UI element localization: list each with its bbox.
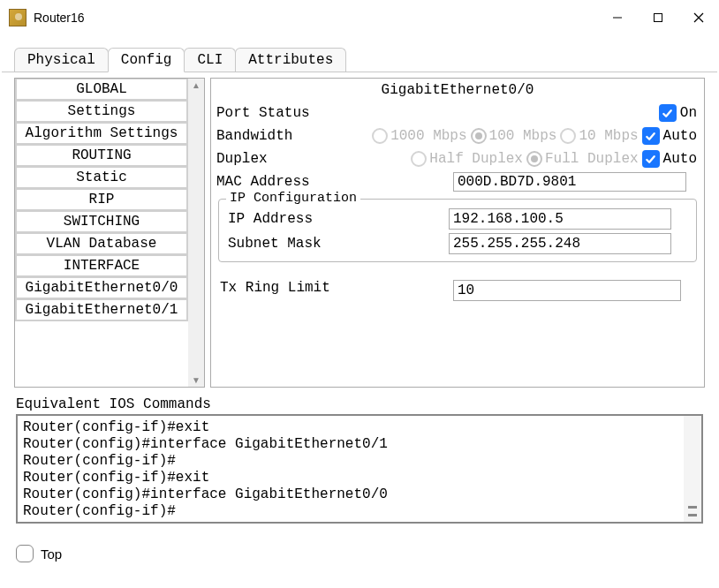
mac-label: MAC Address (216, 174, 453, 190)
bandwidth-label: Bandwidth (216, 128, 349, 144)
scroll-handle-icon (688, 506, 697, 509)
bandwidth-row: Bandwidth 1000 Mbps100 Mbps10 Mbps Auto (211, 124, 704, 147)
subnet-mask-input[interactable] (449, 233, 671, 254)
ip-configuration-group: IP Configuration IP Address Subnet Mask (218, 199, 697, 262)
duplex-radio[interactable]: Half Duplex (411, 151, 523, 167)
radio-icon (560, 128, 576, 144)
router-icon (9, 9, 26, 26)
bandwidth-radio[interactable]: 100 Mbps (471, 128, 557, 144)
sidebar-item[interactable]: GigabitEthernet0/0 (15, 277, 188, 299)
bandwidth-radio[interactable]: 10 Mbps (560, 128, 638, 144)
bandwidth-radio[interactable]: 1000 Mbps (372, 128, 466, 144)
sidebar-item: GLOBAL (15, 79, 188, 101)
maximize-button[interactable] (638, 0, 678, 35)
sidebar-item: ROUTING (15, 145, 188, 167)
port-status-on-label: On (680, 105, 697, 121)
tx-ring-input[interactable] (453, 280, 681, 301)
window-title: Router16 (34, 11, 597, 25)
sidebar-scrollbar[interactable]: ▲ ▼ (188, 79, 204, 387)
top-label: Top (41, 547, 62, 562)
duplex-radio[interactable]: Full Duplex (526, 151, 639, 167)
scroll-down-icon[interactable]: ▼ (192, 375, 201, 385)
sidebar-item[interactable]: VLAN Database (15, 233, 188, 255)
duplex-label: Duplex (216, 151, 349, 167)
sidebar-item[interactable]: GigabitEthernet0/1 (15, 299, 188, 321)
ip-address-input[interactable] (449, 208, 671, 230)
ios-commands-box: Router(config-if)#exit Router(config)#in… (16, 414, 703, 524)
ios-commands-text[interactable]: Router(config-if)#exit Router(config)#in… (18, 416, 684, 522)
close-button[interactable] (678, 0, 719, 35)
sidebar-item[interactable]: Algorithm Settings (15, 123, 188, 145)
sidebar-item[interactable]: RIP (15, 189, 188, 211)
duplex-auto-checkbox[interactable] (642, 150, 660, 168)
ios-commands-label: Equivalent IOS Commands (16, 396, 703, 412)
tab-attributes[interactable]: Attributes (235, 48, 346, 72)
sidebar-item[interactable]: Settings (15, 101, 188, 123)
sidebar-item: SWITCHING (15, 211, 188, 233)
tab-bar: PhysicalConfigCLIAttributes (0, 35, 719, 72)
tab-physical[interactable]: Physical (14, 48, 109, 72)
radio-icon (372, 128, 388, 144)
tx-ring-label: Tx Ring Limit (220, 280, 453, 301)
interface-title: GigabitEthernet0/0 (211, 79, 704, 102)
radio-icon (471, 128, 487, 144)
sidebar: GLOBALSettingsAlgorithm SettingsROUTINGS… (14, 78, 205, 388)
tab-config[interactable]: Config (108, 48, 185, 72)
radio-icon (411, 151, 427, 167)
ios-scrollbar[interactable] (684, 416, 701, 522)
mac-address-input[interactable] (453, 172, 686, 192)
interface-config-panel: GigabitEthernet0/0 Port Status On Bandwi… (210, 78, 705, 388)
top-checkbox[interactable] (16, 545, 34, 562)
port-status-checkbox[interactable] (659, 104, 677, 122)
scroll-handle-icon (688, 514, 697, 516)
subnet-mask-label: Subnet Mask (228, 236, 449, 252)
bandwidth-auto-label: Auto (663, 128, 697, 144)
sidebar-item[interactable]: Static (15, 167, 188, 189)
bandwidth-auto-checkbox[interactable] (642, 127, 660, 145)
scroll-up-icon[interactable]: ▲ (192, 80, 201, 90)
ip-configuration-title: IP Configuration (226, 191, 360, 206)
ip-address-label: IP Address (228, 211, 449, 227)
duplex-row: Duplex Half DuplexFull Duplex Auto (211, 147, 704, 170)
svg-rect-1 (655, 14, 662, 22)
tab-cli[interactable]: CLI (184, 48, 236, 72)
radio-icon (526, 151, 542, 167)
duplex-auto-label: Auto (663, 151, 697, 167)
sidebar-item: INTERFACE (15, 255, 188, 277)
minimize-button[interactable] (597, 0, 638, 35)
port-status-row: Port Status On (211, 102, 704, 124)
port-status-label: Port Status (216, 105, 349, 121)
titlebar: Router16 (0, 0, 719, 35)
